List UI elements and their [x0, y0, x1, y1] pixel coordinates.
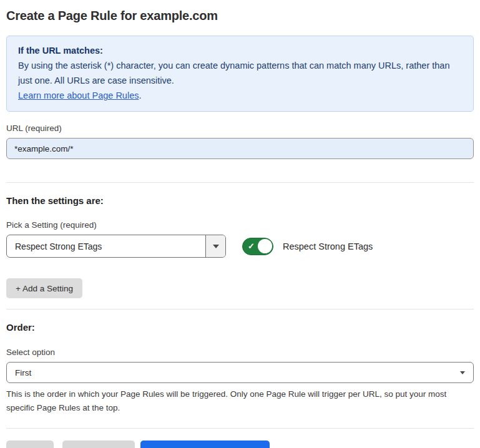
toggle-label: Respect Strong ETags	[283, 241, 373, 251]
check-icon: ✓	[248, 242, 255, 250]
info-box-body: By using the asterisk (*) character, you…	[18, 58, 462, 103]
setting-row: Respect Strong ETags ✓ Respect Strong ET…	[6, 235, 474, 258]
order-select[interactable]: First	[6, 362, 474, 383]
url-field-label: URL (required)	[6, 124, 474, 133]
info-box-body-text: By using the asterisk (*) character, you…	[18, 61, 450, 85]
toggle-knob	[258, 239, 272, 253]
footer-divider	[6, 428, 474, 429]
pick-setting-label: Pick a Setting (required)	[6, 220, 474, 230]
chevron-down-icon	[460, 371, 465, 374]
settings-section-heading: Then the settings are:	[6, 195, 474, 206]
form-actions: Cancel Save as Draft Save and Deploy Pag…	[6, 441, 474, 448]
learn-more-link[interactable]: Learn more about Page Rules	[18, 90, 139, 100]
setting-select[interactable]: Respect Strong ETags	[6, 235, 226, 258]
section-divider	[6, 309, 474, 309]
save-as-draft-button[interactable]: Save as Draft	[62, 441, 135, 448]
page-rule-form: Create a Page Rule for example.com If th…	[0, 9, 480, 448]
url-match-info-box: If the URL matches: By using the asteris…	[6, 36, 474, 112]
order-select-value: First	[15, 368, 31, 377]
info-box-heading: If the URL matches:	[18, 43, 462, 58]
section-divider	[6, 182, 474, 183]
order-select-label: Select option	[6, 348, 474, 357]
setting-select-arrow-button[interactable]	[205, 235, 225, 257]
page-title: Create a Page Rule for example.com	[6, 9, 474, 23]
order-help-text: This is the order in which your Page Rul…	[6, 387, 474, 415]
save-and-deploy-button[interactable]: Save and Deploy Page Rule	[140, 441, 270, 448]
url-input[interactable]	[6, 138, 474, 159]
add-setting-button[interactable]: + Add a Setting	[6, 278, 82, 298]
order-section-heading: Order:	[6, 322, 474, 333]
setting-select-value: Respect Strong ETags	[7, 235, 205, 257]
chevron-down-icon	[213, 245, 219, 248]
link-suffix: .	[139, 90, 141, 100]
cancel-button[interactable]: Cancel	[6, 441, 54, 448]
respect-strong-etags-toggle[interactable]: ✓	[242, 238, 273, 255]
